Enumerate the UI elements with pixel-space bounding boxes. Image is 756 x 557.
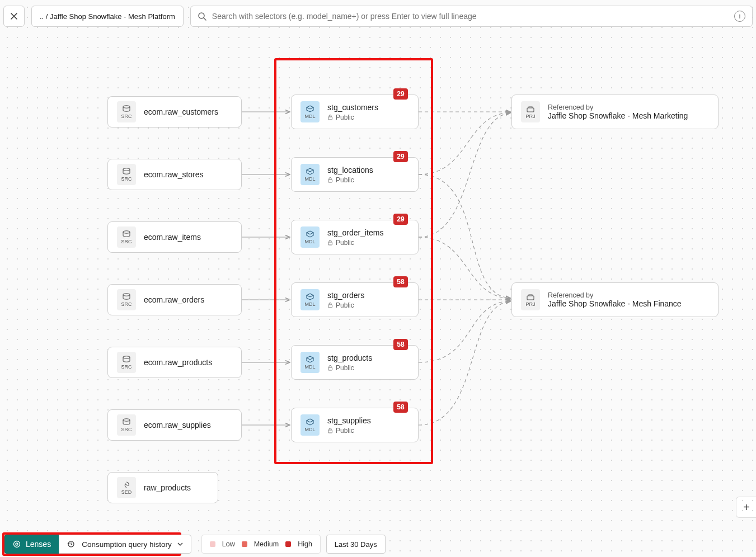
lock-icon <box>327 240 333 246</box>
mdl-node-stg-orders[interactable]: 58 MDL stg_orders Public <box>291 282 419 317</box>
count-badge: 29 <box>393 151 408 162</box>
cube-icon: MDL <box>300 352 320 373</box>
cube-icon: MDL <box>300 289 320 310</box>
date-range-button[interactable]: Last 30 Days <box>326 535 386 554</box>
src-node-raw-items[interactable]: SRC ecom.raw_items <box>107 221 242 253</box>
count-badge: 29 <box>393 214 408 225</box>
bottom-toolbar: Lenses Consumption query history Low Med… <box>4 535 386 554</box>
lenses-button[interactable]: Lenses <box>4 535 59 554</box>
src-node-raw-orders[interactable]: SRC ecom.raw_orders <box>107 284 242 315</box>
node-title: ecom.raw_items <box>144 233 201 242</box>
swatch-high <box>285 541 291 547</box>
svg-rect-20 <box>527 296 534 300</box>
database-icon: SRC <box>117 352 136 373</box>
lock-icon <box>327 365 333 371</box>
mdl-node-stg-locations[interactable]: 29 MDL stg_locations Public <box>291 157 419 192</box>
search-bar[interactable]: i <box>190 6 753 27</box>
search-input[interactable] <box>212 12 729 21</box>
access-label: Public <box>327 364 372 372</box>
src-node-raw-products[interactable]: SRC ecom.raw_products <box>107 347 242 378</box>
node-title: stg_products <box>327 353 372 362</box>
icon-label: MDL <box>304 427 315 432</box>
database-icon: SRC <box>117 164 136 185</box>
svg-point-9 <box>123 230 130 233</box>
node-title: ecom.raw_customers <box>144 107 218 116</box>
lock-icon <box>327 428 333 433</box>
cube-icon: MDL <box>300 414 320 436</box>
node-title: Jaffle Shop Snowflake - Mesh Marketing <box>548 111 688 120</box>
prj-node-finance[interactable]: PRJ Referenced by Jaffle Shop Snowflake … <box>511 282 719 317</box>
cube-icon: MDL <box>300 226 320 248</box>
icon-label: SRC <box>121 176 132 182</box>
svg-point-21 <box>14 541 20 547</box>
icon-label: MDL <box>304 176 315 182</box>
seed-icon: SED <box>117 477 136 498</box>
history-icon <box>67 540 76 549</box>
swatch-medium <box>242 541 247 547</box>
icon-label: SED <box>121 489 132 495</box>
chevron-down-icon <box>177 541 183 547</box>
mdl-node-stg-supplies[interactable]: 58 MDL stg_supplies Public <box>291 408 419 442</box>
node-title: raw_products <box>144 483 191 492</box>
node-title: stg_supplies <box>327 416 371 425</box>
database-icon: SRC <box>117 414 136 436</box>
node-title: ecom.raw_orders <box>144 295 204 304</box>
icon-label: PRJ <box>525 114 535 119</box>
svg-point-8 <box>123 168 130 170</box>
icon-label: SRC <box>121 114 132 119</box>
mdl-node-stg-customers[interactable]: 29 MDL stg_customers Public <box>291 95 419 129</box>
sed-node-raw-products[interactable]: SED raw_products <box>107 472 218 503</box>
database-icon: SRC <box>117 101 136 122</box>
mdl-node-stg-order-items[interactable]: 29 MDL stg_order_items Public <box>291 220 419 254</box>
referenced-by-label: Referenced by <box>548 291 682 299</box>
lens-icon <box>12 540 21 549</box>
count-badge: 58 <box>393 402 408 413</box>
legend-medium: Medium <box>254 540 279 548</box>
consumption-history-dropdown[interactable]: Consumption query history <box>59 535 191 554</box>
svg-rect-18 <box>328 430 332 433</box>
svg-point-7 <box>123 105 130 107</box>
project-icon: PRJ <box>521 289 540 310</box>
info-icon[interactable]: i <box>734 11 745 22</box>
swatch-low <box>210 541 215 547</box>
src-node-raw-supplies[interactable]: SRC ecom.raw_supplies <box>107 409 242 441</box>
close-button[interactable] <box>3 6 25 27</box>
src-node-raw-stores[interactable]: SRC ecom.raw_stores <box>107 159 242 190</box>
svg-rect-14 <box>328 180 332 182</box>
icon-label: MDL <box>304 239 315 244</box>
icon-label: MDL <box>304 301 315 307</box>
svg-point-11 <box>123 356 130 358</box>
icon-label: MDL <box>304 114 315 119</box>
node-title: stg_orders <box>327 291 364 300</box>
access-label: Public <box>327 427 371 435</box>
mdl-node-stg-products[interactable]: 58 MDL stg_products Public <box>291 345 419 380</box>
prj-node-marketing[interactable]: PRJ Referenced by Jaffle Shop Snowflake … <box>511 95 719 129</box>
close-icon <box>10 12 18 20</box>
lock-icon <box>327 115 333 120</box>
svg-rect-13 <box>328 117 332 120</box>
node-title: Jaffle Shop Snowflake - Mesh Finance <box>548 299 682 308</box>
svg-point-10 <box>123 293 130 295</box>
breadcrumb[interactable]: .. / Jaffle Shop Snowflake - Mesh Platfo… <box>31 6 184 27</box>
access-label: Public <box>327 239 383 247</box>
svg-rect-19 <box>527 108 534 112</box>
access-label: Public <box>327 301 364 309</box>
legend-low: Low <box>222 540 235 548</box>
lock-icon <box>327 303 333 308</box>
node-title: ecom.raw_products <box>144 358 212 367</box>
count-badge: 58 <box>393 276 408 287</box>
node-title: stg_locations <box>327 166 373 174</box>
icon-label: MDL <box>304 364 315 370</box>
node-title: stg_customers <box>327 103 378 112</box>
cube-icon: MDL <box>300 101 320 122</box>
node-title: ecom.raw_stores <box>144 170 204 179</box>
access-label: Public <box>327 114 378 121</box>
count-badge: 29 <box>393 88 408 100</box>
svg-rect-15 <box>328 242 332 245</box>
icon-label: SRC <box>121 239 132 244</box>
project-icon: PRJ <box>521 101 540 122</box>
icon-label: SRC <box>121 301 132 307</box>
legend: Low Medium High <box>201 535 321 554</box>
src-node-raw-customers[interactable]: SRC ecom.raw_customers <box>107 96 242 128</box>
database-icon: SRC <box>117 226 136 248</box>
